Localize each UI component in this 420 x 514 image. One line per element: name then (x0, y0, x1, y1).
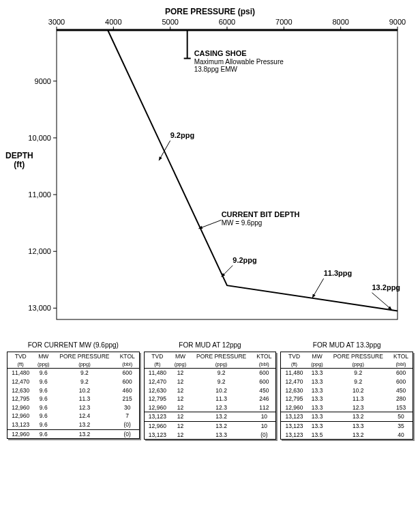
svg-text:MW = 9.6ppg: MW = 9.6ppg (222, 219, 262, 227)
col-header: MW(ppg) (308, 352, 327, 369)
col-header: MW(ppg) (33, 352, 53, 369)
svg-text:Maximum Allowable Pressure: Maximum Allowable Pressure (194, 58, 284, 66)
col-header: MW(ppg) (170, 352, 190, 369)
table-row: 12,9601212.3112 (144, 403, 276, 412)
data-table: TVD(ft)MW(ppg)PORE PRESSURE(ppg)KTOL(bbl… (144, 352, 277, 440)
table-row: 12,4709.69.2600 (7, 377, 140, 386)
table-row: 12,6309.610.2460 (7, 386, 140, 395)
table-title: FOR CURRENT MW (9.6ppg) (7, 341, 140, 349)
table-row: 12,47013.39.2600 (281, 377, 413, 386)
svg-text:6000: 6000 (219, 18, 235, 26)
col-header: TVD(ft) (144, 352, 170, 369)
table-row: 11,4809.69.2600 (7, 369, 140, 377)
table-row: 12,9609.613.2(0) (7, 429, 140, 439)
svg-text:9000: 9000 (389, 18, 406, 26)
svg-text:CURRENT BIT DEPTH: CURRENT BIT DEPTH (222, 210, 300, 218)
table-block: FOR MUD AT 12ppgTVD(ft)MW(ppg)PORE PRESS… (144, 341, 277, 440)
table-row: 12,7959.611.3215 (7, 395, 140, 403)
svg-text:12,000: 12,000 (28, 247, 51, 255)
table-row: 13,12313.513.240 (281, 431, 413, 440)
svg-text:11.3ppg: 11.3ppg (324, 269, 352, 277)
table-row: 13,12313.313.250 (281, 412, 413, 422)
table-block: FOR CURRENT MW (9.6ppg)TVD(ft)MW(ppg)POR… (7, 341, 140, 440)
svg-text:9000: 9000 (35, 77, 51, 85)
table-row: 12,470129.2600 (144, 377, 276, 386)
col-header: TVD(ft) (7, 352, 34, 369)
table-row: 12,79513.311.3280 (281, 395, 413, 403)
table-row: 12,7951211.3246 (144, 395, 276, 403)
svg-text:8000: 8000 (332, 18, 348, 26)
table-row: 11,48013.39.2600 (281, 369, 413, 377)
table-row: 12,9609.612.47 (7, 412, 140, 420)
col-header: KTOL(bbl) (252, 352, 275, 369)
table-title: FOR MUD AT 12ppg (144, 341, 277, 349)
plot-area: 3000400050006000700080009000900010,00011… (57, 19, 397, 319)
table-row: 11,480129.2600 (144, 369, 276, 377)
col-header: KTOL(bbl) (116, 352, 139, 369)
table-block: FOR MUD AT 13.3ppgTVD(ft)MW(ppg)PORE PRE… (280, 341, 413, 440)
svg-text:9.2ppg: 9.2ppg (170, 131, 194, 139)
data-table: TVD(ft)MW(ppg)PORE PRESSURE(ppg)KTOL(bbl… (7, 352, 140, 439)
svg-text:4000: 4000 (105, 18, 121, 26)
table-row: 12,9601213.210 (144, 422, 276, 431)
svg-text:13.2ppg: 13.2ppg (372, 283, 401, 291)
table-title: FOR MUD AT 13.3ppg (280, 341, 413, 349)
y-axis-label: DEPTH (ft) (5, 152, 33, 169)
svg-text:3000: 3000 (48, 18, 65, 26)
table-row: 12,96013.312.3153 (281, 403, 413, 412)
svg-text:13,000: 13,000 (28, 304, 51, 312)
pore-pressure-chart: PORE PRESSURE (psi) DEPTH (ft) 300040005… (19, 7, 401, 328)
table-row: 12,6301210.2450 (144, 386, 276, 395)
svg-text:CASING SHOE: CASING SHOE (194, 49, 247, 57)
col-header: PORE PRESSURE(ppg) (53, 352, 116, 369)
x-axis-label: PORE PRESSURE (psi) (19, 7, 401, 16)
col-header: PORE PRESSURE(ppg) (327, 352, 390, 369)
data-table: TVD(ft)MW(ppg)PORE PRESSURE(ppg)KTOL(bbl… (280, 352, 413, 440)
svg-text:11,000: 11,000 (28, 190, 51, 199)
svg-text:13.8ppg EMW: 13.8ppg EMW (194, 66, 238, 73)
table-row: 13,1231213.210 (144, 412, 276, 422)
svg-text:9.2ppg: 9.2ppg (232, 256, 256, 264)
svg-text:10,000: 10,000 (28, 134, 51, 142)
table-row: 13,1239.613.2(0) (7, 420, 140, 429)
table-row: 13,12313.313.335 (281, 422, 413, 431)
table-row: 12,63013.310.2450 (281, 386, 413, 395)
table-row: 12,9609.612.330 (7, 403, 140, 412)
svg-text:5000: 5000 (162, 18, 178, 26)
col-header: KTOL(bbl) (389, 352, 412, 369)
col-header: TVD(ft) (281, 352, 308, 369)
svg-text:7000: 7000 (275, 18, 292, 26)
col-header: PORE PRESSURE(ppg) (190, 352, 253, 369)
table-row: 13,1231213.3(0) (144, 431, 276, 440)
tables-row: FOR CURRENT MW (9.6ppg)TVD(ft)MW(ppg)POR… (7, 341, 413, 440)
